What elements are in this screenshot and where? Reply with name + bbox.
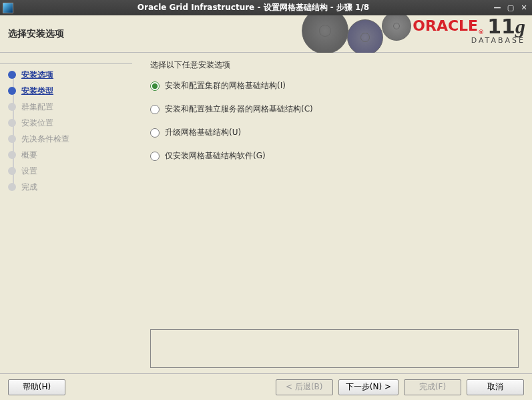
install-option-radio[interactable]: [150, 128, 160, 138]
finish-button[interactable]: 完成(F): [404, 379, 461, 395]
close-button[interactable]: ✕: [519, 3, 529, 13]
step-node-icon: [8, 71, 16, 79]
install-option-label: 安装和配置独立服务器的网格基础结构(C): [165, 104, 313, 115]
app-icon: [3, 3, 13, 13]
step-label[interactable]: 安装类型: [21, 85, 53, 97]
cancel-button[interactable]: 取消: [467, 379, 524, 395]
step-label: 概要: [21, 150, 37, 161]
step-3: 安装位置: [8, 115, 140, 131]
step-label: 群集配置: [21, 102, 53, 113]
content-prompt: 选择以下任意安装选项: [150, 59, 519, 71]
step-node-icon: [8, 151, 16, 159]
step-5: 概要: [8, 147, 140, 163]
step-node-icon: [8, 87, 16, 95]
step-2: 群集配置: [8, 99, 140, 115]
step-label: 先决条件检查: [21, 134, 69, 145]
step-list: 安装选项安装类型群集配置安装位置先决条件检查概要设置完成: [8, 67, 140, 195]
install-option-standalone[interactable]: 安装和配置独立服务器的网格基础结构(C): [150, 104, 519, 115]
back-button[interactable]: < 后退(B): [276, 379, 333, 395]
gear-graphic: [282, 15, 415, 53]
page-title: 选择安装选项: [0, 28, 64, 40]
help-button[interactable]: 帮助(H): [8, 379, 65, 395]
wizard-footer: 帮助(H) < 后退(B) 下一步(N) > 完成(F) 取消: [0, 373, 532, 400]
next-button[interactable]: 下一步(N) >: [338, 379, 398, 395]
step-node-icon: [8, 135, 16, 143]
message-area: [150, 329, 519, 368]
logo-version: 11g: [487, 15, 525, 38]
wizard-sidebar: 安装选项安装类型群集配置安装位置先决条件检查概要设置完成: [0, 53, 140, 373]
main-area: 安装选项安装类型群集配置安装位置先决条件检查概要设置完成 选择以下任意安装选项 …: [0, 53, 532, 373]
install-option-software_only[interactable]: 仅安装网格基础结构软件(G): [150, 150, 519, 162]
step-1[interactable]: 安装类型: [8, 83, 140, 99]
install-option-radio[interactable]: [150, 105, 160, 114]
sidebar-divider: [0, 63, 132, 64]
step-label[interactable]: 安装选项: [21, 69, 53, 81]
install-option-cluster[interactable]: 安装和配置集群的网格基础结构(I): [150, 80, 519, 91]
install-option-label: 安装和配置集群的网格基础结构(I): [165, 80, 286, 91]
oracle-logo: ORACLE® 11g DATABASE: [413, 17, 525, 44]
install-option-radio[interactable]: [150, 152, 160, 161]
window-title: Oracle Grid Infrastructure - 设置网格基础结构 - …: [17, 2, 489, 13]
step-label: 完成: [21, 182, 37, 193]
step-node-icon: [8, 119, 16, 127]
step-4: 先决条件检查: [8, 131, 140, 147]
step-7: 完成: [8, 179, 140, 195]
step-label: 安装位置: [21, 118, 53, 129]
logo-brand: ORACLE®: [413, 17, 484, 34]
window-titlebar: Oracle Grid Infrastructure - 设置网格基础结构 - …: [0, 0, 532, 15]
step-node-icon: [8, 183, 16, 191]
step-node-icon: [8, 103, 16, 111]
install-option-radio[interactable]: [150, 81, 160, 91]
logo-product: DATABASE: [413, 37, 525, 44]
wizard-header: 选择安装选项 ORACLE® 11g DATABASE: [0, 15, 532, 53]
step-label: 设置: [21, 166, 37, 177]
install-option-upgrade[interactable]: 升级网格基础结构(U): [150, 127, 519, 138]
minimize-button[interactable]: —: [492, 3, 503, 13]
maximize-button[interactable]: ▢: [505, 3, 516, 13]
install-options-group: 安装和配置集群的网格基础结构(I)安装和配置独立服务器的网格基础结构(C)升级网…: [150, 80, 519, 174]
install-option-label: 升级网格基础结构(U): [165, 127, 241, 138]
wizard-content: 选择以下任意安装选项 安装和配置集群的网格基础结构(I)安装和配置独立服务器的网…: [140, 53, 532, 373]
step-6: 设置: [8, 163, 140, 179]
step-node-icon: [8, 167, 16, 175]
step-0[interactable]: 安装选项: [8, 67, 140, 83]
install-option-label: 仅安装网格基础结构软件(G): [165, 150, 266, 162]
